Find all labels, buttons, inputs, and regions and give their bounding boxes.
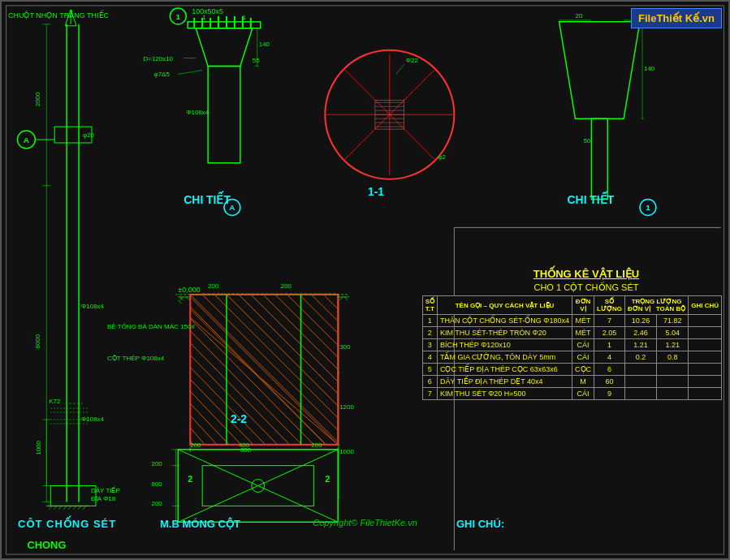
svg-rect-0 xyxy=(6,6,724,554)
svg-text:200: 200 xyxy=(152,460,163,467)
svg-line-58 xyxy=(178,71,202,75)
svg-text:1: 1 xyxy=(243,14,247,21)
svg-text:200: 200 xyxy=(190,442,201,449)
svg-marker-87 xyxy=(559,22,640,118)
col-header-ghi-chu: GHI CHÚ xyxy=(689,296,722,315)
svg-text:200: 200 xyxy=(208,282,219,290)
col-header-trong-luong: TRỌNG LƯỢNGĐƠN VỊ TOÀN BỘ xyxy=(624,296,688,315)
svg-rect-43 xyxy=(188,22,260,28)
svg-line-132 xyxy=(323,295,338,309)
svg-rect-22 xyxy=(50,486,96,506)
technical-drawing: A K72 2000 8000 Φ108x4 Φ108x4 φ20 xyxy=(2,2,728,558)
svg-text:1000: 1000 xyxy=(35,440,42,454)
svg-line-138 xyxy=(190,367,265,444)
table-row: 1 THÂN CỘT CHỐNG SÉT-ỐNG Φ180x4 MÉT 7 10… xyxy=(422,315,721,327)
svg-line-84 xyxy=(396,65,404,75)
svg-text:CHI TIẾT: CHI TIẾT xyxy=(568,191,615,206)
svg-line-122 xyxy=(202,295,338,430)
svg-line-30 xyxy=(78,506,81,509)
table-row: 5 CỌC TIẾP ĐỊA THÉP CỌC 63x63x6 CỌC 6 xyxy=(422,364,721,376)
svg-line-135 xyxy=(190,331,301,445)
logo-brand: Thiết Kế xyxy=(656,12,699,24)
svg-rect-64 xyxy=(208,67,240,163)
svg-text:200: 200 xyxy=(311,442,322,449)
table-row: 2 KIM THU SÉT-THÉP TRÒN Φ20 MÉT 2.05 2.4… xyxy=(422,327,721,339)
svg-text:CHONG: CHONG xyxy=(27,539,66,551)
svg-line-24 xyxy=(49,506,52,509)
svg-text:CHI TIẾT: CHI TIẾT xyxy=(184,191,231,206)
svg-line-120 xyxy=(188,295,338,445)
table-row: 7 KIM THU SÉT Φ20 H=500 CÁI 9 xyxy=(422,388,721,400)
svg-line-141 xyxy=(190,403,229,445)
table-row: 6 DÂY TIẾP ĐỊA THÉP DẸT 40x4 M 60 xyxy=(422,376,721,388)
logo-prefix: File xyxy=(638,12,656,24)
svg-rect-96 xyxy=(591,118,607,199)
col-header-stt: SỐT.T xyxy=(422,296,437,315)
svg-text:140: 140 xyxy=(644,65,655,72)
svg-text:Φ22: Φ22 xyxy=(406,57,419,64)
svg-text:Φ108x4: Φ108x4 xyxy=(81,303,105,310)
svg-text:1-1: 1-1 xyxy=(368,185,384,198)
svg-line-149 xyxy=(178,300,181,304)
svg-text:Φ108x4: Φ108x4 xyxy=(186,109,209,116)
svg-line-128 xyxy=(275,295,339,358)
main-canvas: A K72 2000 8000 Φ108x4 Φ108x4 φ20 xyxy=(0,0,730,560)
svg-text:8000: 8000 xyxy=(34,334,41,348)
svg-text:20: 20 xyxy=(575,12,582,19)
logo[interactable]: FileThiết Kế.vn xyxy=(631,8,722,28)
label-ghi-chu: GHI CHÚ: xyxy=(456,518,504,530)
svg-line-31 xyxy=(83,506,86,509)
svg-text:140: 140 xyxy=(259,41,270,48)
svg-line-125 xyxy=(239,295,338,394)
svg-text:1000: 1000 xyxy=(339,448,354,455)
svg-text:200: 200 xyxy=(152,500,163,507)
svg-text:300: 300 xyxy=(339,343,351,351)
label-chuot-nhon: CHUỘT NHỌN TRẮNG THIẾC xyxy=(8,11,109,21)
svg-text:2-2: 2-2 xyxy=(231,412,247,425)
svg-line-26 xyxy=(58,506,62,509)
thong-ke-subtitle: CHO 1 CỘT CHỐNG SÉT xyxy=(456,282,716,293)
label-mb-mong-cot: M.B MÓNG CỘT xyxy=(160,518,240,530)
svg-line-142 xyxy=(190,416,217,445)
svg-text:100x50x5: 100x50x5 xyxy=(192,7,223,15)
svg-text:400: 400 xyxy=(239,442,250,449)
svg-text:φ7Δ5: φ7Δ5 xyxy=(154,71,171,78)
svg-marker-54 xyxy=(196,28,253,67)
svg-text:55: 55 xyxy=(253,57,260,64)
label-cot-chong-set: CÔT CHỐNG SÉT xyxy=(18,518,116,530)
svg-text:Φ108x4: Φ108x4 xyxy=(81,416,105,423)
table-row: 4 TẤM GIA CƯỜNG, TÔN DÀY 5mm CÁI 4 0.2 0… xyxy=(422,351,721,364)
svg-line-28 xyxy=(68,506,71,509)
svg-text:2000: 2000 xyxy=(34,92,41,106)
svg-line-130 xyxy=(299,295,338,334)
svg-text:A: A xyxy=(24,136,29,144)
label-day-tiep-dia: DÂY TIẾPĐỊA Φ18 xyxy=(91,487,120,504)
svg-line-131 xyxy=(311,295,338,321)
col-header-don-vi: ĐƠNVỊ xyxy=(572,296,594,315)
svg-line-25 xyxy=(54,506,57,509)
label-be-tong: BÊ TÔNG BÁ DÁN MÁC 150# xyxy=(107,322,195,331)
svg-text:1: 1 xyxy=(176,12,181,21)
svg-line-134 xyxy=(190,319,313,445)
svg-line-153 xyxy=(339,297,343,300)
table-row: 3 BÍCH THÉP Φ120x10 CÁI 1 1.21 1.21 xyxy=(422,339,721,351)
svg-text:200: 200 xyxy=(281,282,292,290)
svg-text:φ2: φ2 xyxy=(438,153,446,161)
svg-text:φ20: φ20 xyxy=(83,131,95,139)
logo-suffix: .vn xyxy=(699,12,715,24)
svg-text:2: 2 xyxy=(325,474,330,484)
svg-text:2: 2 xyxy=(188,474,192,484)
label-cot-thep: CỘT THÉP Φ108x4 xyxy=(107,355,164,362)
copyright: Copyright© FileThietKe.vn xyxy=(313,518,417,528)
svg-text:±0,000: ±0,000 xyxy=(178,286,200,294)
col-header-ten-goi: TÊN GỌI – QUY CÁCH VẬT LIỆU xyxy=(437,296,572,315)
svg-line-129 xyxy=(287,295,339,346)
svg-line-27 xyxy=(63,506,67,509)
svg-text:D=120x10: D=120x10 xyxy=(144,55,174,62)
svg-line-150 xyxy=(186,297,189,300)
svg-line-121 xyxy=(190,295,338,442)
svg-text:K72: K72 xyxy=(49,398,61,405)
vat-lieu-table: SỐT.T TÊN GỌI – QUY CÁCH VẬT LIỆU ĐƠNVỊ … xyxy=(422,295,722,400)
svg-text:1: 1 xyxy=(646,203,650,212)
thong-ke-title: THỐNG KÊ VẬT LIỆU xyxy=(456,268,716,280)
